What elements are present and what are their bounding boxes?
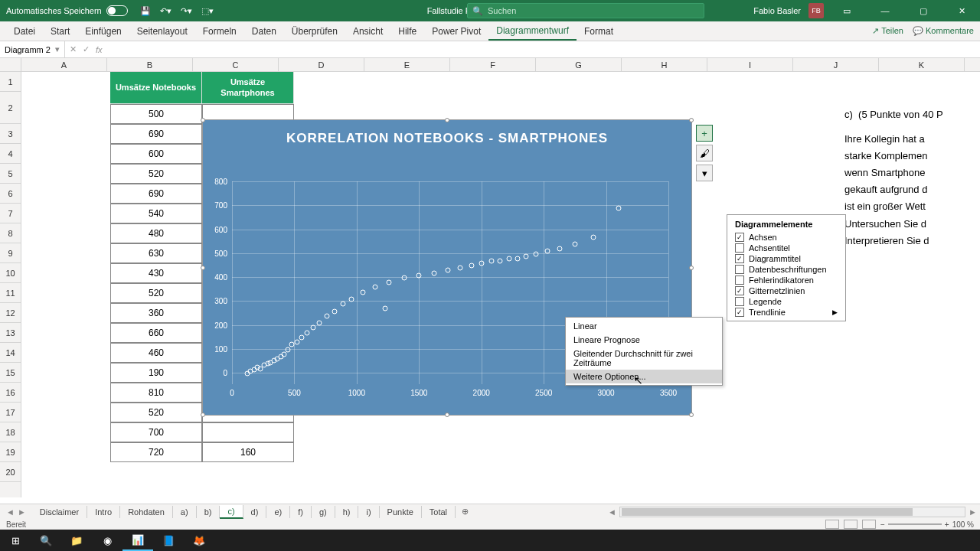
col-header[interactable]: A [21, 58, 107, 71]
row-header[interactable]: 19 [0, 442, 21, 462]
row-header[interactable]: 2 [0, 92, 21, 124]
sheet-tab[interactable]: Rohdaten [120, 506, 173, 518]
save-icon[interactable]: 💾 [140, 6, 151, 16]
tab-diagrammentwurf[interactable]: Diagrammentwurf [488, 22, 577, 41]
chart-filter-button[interactable]: ▾ [696, 165, 713, 181]
sheet-tab[interactable]: g) [312, 506, 335, 518]
col-header[interactable]: F [450, 58, 536, 71]
sheet-nav[interactable]: ◄► [0, 507, 32, 517]
col-header[interactable]: B [107, 58, 193, 71]
sheet-tab[interactable]: Punkte [380, 506, 422, 518]
data-cell[interactable]: 430 [110, 263, 202, 283]
tab-ansicht[interactable]: Ansicht [345, 23, 390, 40]
row-header[interactable]: 11 [0, 283, 21, 303]
trend-menu-item[interactable]: Lineare Prognose [566, 333, 722, 347]
data-cell[interactable]: 660 [110, 323, 202, 343]
user-avatar[interactable]: FB [808, 3, 824, 18]
tab-formeln[interactable]: Formeln [195, 23, 244, 40]
row-header[interactable]: 18 [0, 422, 21, 442]
col-header[interactable]: C [193, 58, 279, 71]
horizontal-scrollbar[interactable]: ◄► [605, 507, 980, 517]
data-cell[interactable]: 540 [110, 204, 202, 223]
trend-menu-item[interactable]: Gleitender Durchschnitt für zwei Zeiträu… [566, 347, 722, 370]
row-header[interactable]: 9 [0, 243, 21, 263]
firefox-icon[interactable]: 🦊 [184, 530, 214, 551]
word-icon[interactable]: 📘 [153, 530, 184, 551]
row-header[interactable]: 14 [0, 343, 21, 363]
data-cell[interactable]: 160 [202, 442, 294, 462]
row-header[interactable]: 8 [0, 223, 21, 243]
sheet-tab[interactable]: e) [266, 506, 290, 518]
undo-icon[interactable]: ↶▾ [160, 6, 172, 16]
chart-elem-item[interactable]: ✓Gitternetzlinien [727, 285, 845, 296]
col-header[interactable]: G [536, 58, 622, 71]
comments-button[interactable]: 💬 Kommentare [913, 26, 974, 36]
sheet-tab[interactable]: Disclaimer [32, 506, 87, 518]
tab-power pivot[interactable]: Power Pivot [424, 23, 488, 40]
autosave-toggle[interactable]: Automatisches Speichern [0, 5, 134, 16]
touch-icon[interactable]: ⬚▾ [201, 6, 214, 16]
chart-elements-button[interactable]: + [696, 125, 713, 142]
row-header[interactable]: 7 [0, 204, 21, 223]
row-header[interactable]: 5 [0, 164, 21, 184]
data-cell[interactable]: 460 [110, 343, 202, 363]
name-box[interactable]: Diagramm 2▾ [0, 41, 65, 57]
redo-icon[interactable]: ↷▾ [181, 6, 192, 16]
select-all-corner[interactable] [0, 58, 21, 71]
data-cell[interactable]: 810 [110, 383, 202, 403]
chart-elem-item[interactable]: ✓Diagrammtitel [727, 253, 845, 264]
data-cell[interactable]: 500 [110, 104, 202, 124]
col-header[interactable]: H [622, 58, 707, 71]
row-header[interactable]: 13 [0, 323, 21, 343]
row-header[interactable]: 12 [0, 303, 21, 323]
chart-elem-item[interactable]: Legende [727, 296, 845, 307]
sheet-tab[interactable]: i) [358, 506, 379, 518]
view-break-icon[interactable] [862, 520, 876, 529]
data-cell[interactable]: 520 [110, 164, 202, 184]
row-header[interactable]: 4 [0, 144, 21, 164]
data-cell[interactable]: 600 [110, 144, 202, 164]
tab-hilfe[interactable]: Hilfe [390, 23, 424, 40]
explorer-icon[interactable]: 📁 [61, 530, 92, 551]
sheet-tab[interactable]: Intro [87, 506, 120, 518]
chart-elem-item[interactable]: ✓Trendlinie▶ [727, 307, 845, 318]
tab-überprüfen[interactable]: Überprüfen [284, 23, 345, 40]
row-header[interactable]: 15 [0, 363, 21, 383]
search-input[interactable]: 🔍 Suchen [467, 3, 704, 18]
chart-elem-item[interactable]: Fehlerindikatoren [727, 275, 845, 285]
data-cell[interactable]: 700 [110, 422, 202, 442]
data-cell[interactable]: 360 [110, 303, 202, 323]
row-header[interactable]: 10 [0, 263, 21, 283]
chart-elem-item[interactable]: Achsentitel [727, 243, 845, 253]
sheet-tab[interactable]: Total [422, 506, 456, 518]
data-cell[interactable]: 690 [110, 124, 202, 144]
sheet-tab[interactable]: d) [243, 506, 267, 518]
start-icon[interactable]: ⊞ [0, 530, 31, 551]
cells-area[interactable]: Umsätze Notebooks Umsätze Smartphones 50… [21, 72, 980, 497]
trend-menu-item[interactable]: Linear [566, 319, 722, 333]
user-name[interactable]: Fabio Basler [753, 6, 801, 15]
data-cell[interactable]: 630 [110, 243, 202, 263]
zoom-control[interactable]: −+ 100 % [880, 520, 974, 529]
row-header[interactable]: 3 [0, 124, 21, 144]
sheet-tab[interactable]: f) [290, 506, 312, 518]
row-header[interactable]: 6 [0, 184, 21, 204]
sheet-tab[interactable]: a) [173, 506, 197, 518]
data-cell[interactable]: 520 [110, 403, 202, 422]
col-header[interactable]: D [279, 58, 364, 71]
sheet-tab[interactable]: h) [335, 506, 359, 518]
col-header[interactable]: J [793, 58, 879, 71]
data-cell[interactable]: 190 [110, 363, 202, 383]
tab-datei[interactable]: Datei [6, 23, 43, 40]
tab-einfügen[interactable]: Einfügen [77, 23, 129, 40]
add-sheet-button[interactable]: ⊕ [456, 507, 475, 517]
chart-elem-item[interactable]: Datenbeschriftungen [727, 264, 845, 275]
chart-styles-button[interactable]: 🖌 [696, 145, 713, 161]
trend-menu-item[interactable]: Weitere Optionen... [566, 370, 722, 383]
data-cell[interactable]: 480 [110, 223, 202, 243]
view-normal-icon[interactable] [825, 520, 839, 529]
cancel-icon[interactable]: ✕ [70, 44, 77, 54]
data-cell[interactable]: 520 [110, 283, 202, 303]
ribbon-mode-icon[interactable]: ▭ [831, 0, 862, 21]
row-header[interactable]: 1 [0, 72, 21, 92]
